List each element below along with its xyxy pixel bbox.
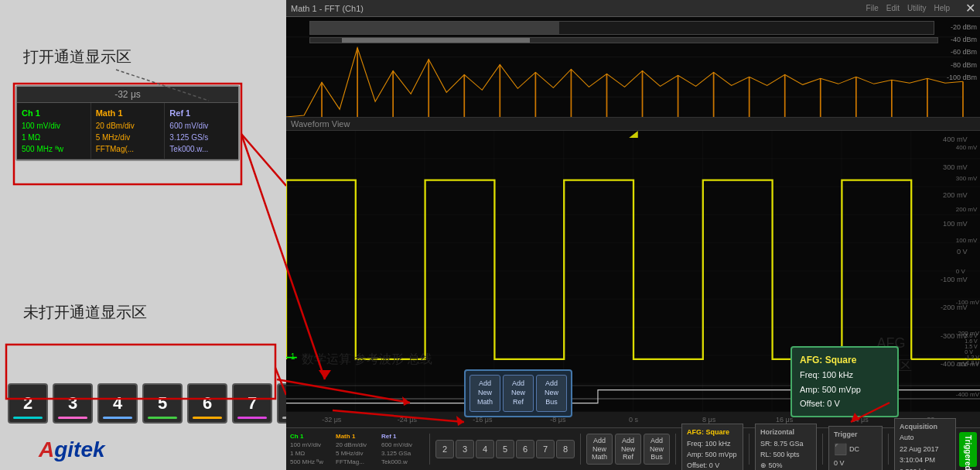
fft-scrollbar-thumb[interactable] (342, 38, 530, 43)
fft-navigator[interactable] (309, 21, 934, 35)
triggered-button[interactable]: Triggered (959, 432, 977, 467)
ref1-cell: Ref 1 600 mV/div 3.125 GS/s Tek000.w... (165, 103, 238, 159)
add-bus-button[interactable]: Add New Bus (644, 434, 670, 465)
trigger-info[interactable]: Trigger ⬛ DC 0 V (828, 426, 883, 470)
horizontal-info[interactable]: Horizontal SR: 8.75 GSa RL: 500 kpts ⊕ 5… (755, 424, 817, 470)
divider-2 (580, 434, 581, 465)
channel-7-button[interactable]: 7 (232, 383, 272, 424)
channel-6-button[interactable]: 6 (187, 383, 227, 424)
menu-utility[interactable]: Utility (907, 4, 926, 12)
ch1-cell: Ch 1 100 mV/div 1 MΩ 500 MHz ᴮw (17, 103, 91, 159)
add-buttons: Add New Math Add New Ref Add New Bus (586, 434, 670, 465)
trigger-icon: ⬛ (834, 441, 847, 458)
menu-help[interactable]: Help (934, 4, 950, 12)
waveform-view-label: Waveform View (286, 118, 980, 131)
menu-file[interactable]: File (866, 4, 879, 12)
menu-edit[interactable]: Edit (886, 4, 900, 12)
channel-4-button[interactable]: 4 (97, 383, 138, 424)
channel-3-button[interactable]: 3 (53, 383, 93, 424)
controls-bar: Ch 1 100 mV/div 1 MΩ 500 MHz ᴮw Math 1 2… (286, 427, 980, 470)
add-ref-button[interactable]: Add New Ref (615, 434, 641, 465)
channel-5-button[interactable]: 5 (142, 383, 183, 424)
ch1-info: Ch 1 100 mV/div 1 MΩ 500 MHz ᴮw (290, 432, 333, 467)
math-ref-bus-annotation: 数学运算 参考波形 总线 (302, 349, 432, 369)
divider-3 (675, 434, 676, 465)
num-btn-5[interactable]: 5 (496, 440, 514, 458)
voltage-scale: 400 mV 300 mV 200 mV 100 mV 0 V -100 mV … (956, 131, 979, 412)
left-annotation-panel: 打开通道显示区 -32 μs Ch 1 100 mV/div 1 MΩ 500 … (0, 0, 286, 470)
channel-buttons-row: 2 3 4 5 6 7 8 (8, 383, 317, 424)
scope-display: -20 dBm -40 dBm -60 dBm -80 dBm -100 dBm (286, 17, 980, 470)
fft-scale: -20 dBm -40 dBm -60 dBm -80 dBm -100 dBm (947, 21, 977, 84)
num-btn-3[interactable]: 3 (456, 440, 474, 458)
math1-info: Math 1 20 dBm/div 5 MHz/div FFTMag... (336, 432, 378, 467)
svg-text:1: 1 (291, 352, 295, 361)
scope-window-title: Math 1 - FFT (Ch1) (291, 4, 866, 13)
fft-panel: -20 dBm -40 dBm -60 dBm -80 dBm -100 dBm (286, 17, 980, 118)
math1-cell: Math 1 20 dBm/div 5 MHz/div FFTMag(... (91, 103, 166, 159)
divider-4 (749, 434, 750, 465)
ref1-info: Ref 1 600 mV/div 3.125 GSa Tek000.w (381, 432, 424, 467)
divider-1 (429, 434, 430, 465)
channel-2-button[interactable]: 2 (8, 383, 48, 424)
open-channel-annotation: 打开通道显示区 (23, 46, 131, 67)
acquisition-info[interactable]: Acquisition Auto 22 Aug 2017 3:10:04 PM … (894, 418, 956, 470)
close-icon[interactable]: ✕ (965, 1, 975, 15)
num-btn-6[interactable]: 6 (516, 440, 534, 458)
afg-info-box[interactable]: AFG: Square Freq: 100 kHz Amp: 500 mVpp … (681, 424, 743, 470)
scope-body: -20 dBm -40 dBm -60 dBm -80 dBm -100 dBm (286, 17, 980, 470)
divider-5 (822, 434, 823, 465)
afg-annotation: AFG控制区 (870, 332, 912, 377)
closed-channel-annotation: 未打开通道显示区 (23, 302, 147, 323)
small-waveform-scale: 3.6 V 1.6 V 1.5 V 0 V -1.2 V -1.8 V (965, 333, 979, 365)
logo: Agitek (39, 437, 105, 462)
number-buttons: 2 3 4 5 6 7 8 (435, 440, 575, 458)
fft-scrollbar[interactable] (309, 37, 938, 43)
fft-nav-thumb[interactable] (310, 22, 559, 34)
time-axis: -32 μs -24 μs -16 μs -8 μs 0 s 8 μs 16 μ… (286, 412, 980, 427)
channel-display-box: -32 μs Ch 1 100 mV/div 1 MΩ 500 MHz ᴮw M… (15, 85, 240, 161)
divider-6 (888, 434, 889, 465)
num-btn-7[interactable]: 7 (536, 440, 555, 458)
num-btn-8[interactable]: 8 (556, 440, 575, 458)
oscilloscope-main: Math 1 - FFT (Ch1) File Edit Utility Hel… (286, 0, 980, 470)
scope-title-bar: Math 1 - FFT (Ch1) File Edit Utility Hel… (286, 0, 980, 17)
num-btn-4[interactable]: 4 (476, 440, 494, 458)
svg-line-1 (241, 134, 286, 186)
num-btn-2[interactable]: 2 (435, 440, 454, 458)
channel-display-header: -32 μs (17, 87, 238, 103)
add-math-button[interactable]: Add New Math (586, 434, 613, 465)
